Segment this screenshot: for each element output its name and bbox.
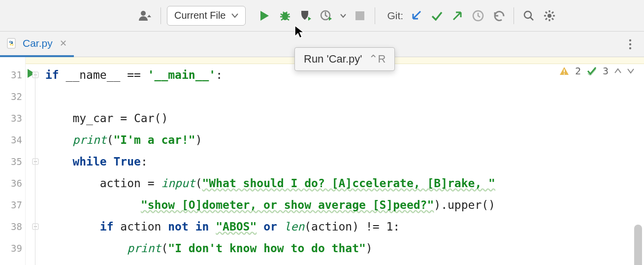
git-history-icon[interactable] xyxy=(469,7,487,25)
search-icon[interactable] xyxy=(520,7,538,25)
code-line: "show [O]dometer, or show average [S]pee… xyxy=(45,194,644,216)
tab-label: Car.py xyxy=(23,37,53,49)
user-icon[interactable] xyxy=(137,7,155,25)
code-line: print("I don't know how to do that") xyxy=(45,237,644,259)
code-editor[interactable]: 31 32 33 34 35 36 37 38 39 2 3 if __name xyxy=(0,57,644,265)
more-run-options[interactable] xyxy=(338,7,348,25)
mouse-cursor xyxy=(293,25,305,39)
python-file-icon xyxy=(7,38,18,49)
line-gutter: 31 32 33 34 35 36 37 38 39 xyxy=(0,57,26,265)
tooltip-shortcut: ⌃R xyxy=(369,53,386,66)
svg-point-9 xyxy=(629,43,631,45)
code-content[interactable]: 2 3 if __name__ == '__main__': my_car = … xyxy=(45,57,644,265)
svg-point-5 xyxy=(524,11,531,18)
git-commit-icon[interactable] xyxy=(428,7,446,25)
fold-toggle-icon[interactable] xyxy=(26,151,45,172)
tab-car-py[interactable]: Car.py ✕ xyxy=(0,32,74,57)
vertical-scrollbar[interactable] xyxy=(634,225,642,265)
code-line: if action not in "ABOS" or len(action) !… xyxy=(45,216,644,237)
svg-point-0 xyxy=(141,11,146,16)
code-line: while True: xyxy=(45,151,644,172)
run-button[interactable] xyxy=(256,7,273,25)
fold-column xyxy=(26,57,45,265)
svg-point-8 xyxy=(629,39,631,41)
code-line: my_car = Car() xyxy=(45,107,644,129)
code-line: action = input("What should I do? [A]cce… xyxy=(45,172,644,194)
coverage-button[interactable] xyxy=(297,7,315,25)
run-config-select[interactable]: Current File xyxy=(167,6,246,26)
debug-button[interactable] xyxy=(276,7,294,25)
svg-point-6 xyxy=(547,14,551,18)
tooltip-text: Run 'Car.py' xyxy=(304,53,362,66)
stop-button[interactable] xyxy=(351,7,369,25)
run-tooltip: Run 'Car.py' ⌃R xyxy=(294,47,395,71)
code-line: print("I'm a car!") xyxy=(45,129,644,151)
chevron-down-icon xyxy=(231,13,238,18)
git-label: Git: xyxy=(387,10,403,22)
main-toolbar: Current File Git: xyxy=(0,0,644,32)
svg-point-10 xyxy=(629,47,631,49)
git-pull-icon[interactable] xyxy=(407,7,425,25)
code-line xyxy=(45,86,644,107)
git-rollback-icon[interactable] xyxy=(490,7,508,25)
tab-options-icon[interactable] xyxy=(621,35,639,53)
fold-toggle-icon[interactable] xyxy=(26,216,45,237)
fold-toggle-icon[interactable] xyxy=(26,64,45,86)
profile-button[interactable] xyxy=(318,7,335,25)
close-tab-icon[interactable]: ✕ xyxy=(60,38,67,49)
run-config-label: Current File xyxy=(174,10,225,21)
settings-icon[interactable] xyxy=(541,7,558,25)
svg-rect-3 xyxy=(355,11,364,20)
git-push-icon[interactable] xyxy=(449,7,466,25)
